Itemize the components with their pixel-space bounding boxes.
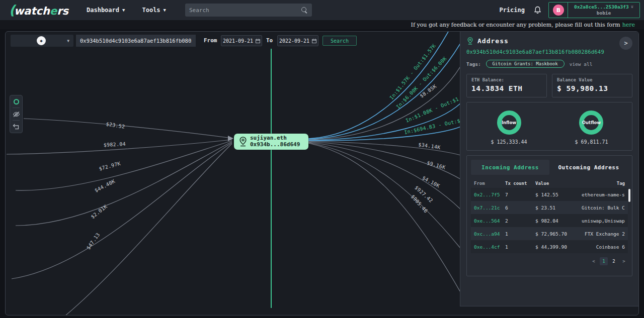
graph-edge <box>308 143 461 249</box>
graph-toolbar <box>10 95 23 133</box>
row-tag: FTX Exchange 2 <box>582 231 625 237</box>
outflow-stat: Outflow $ 69,811.71 <box>575 111 608 145</box>
logo-text-accent: e <box>50 5 57 17</box>
edge-label: In:$1.08K - Out:$1.08 <box>405 92 461 124</box>
tag-gitcoin-grants[interactable]: Gitcoin Grants: Maskbook <box>486 60 565 68</box>
row-address-link[interactable]: 0x7...21c <box>474 205 505 210</box>
menu-dashboard[interactable]: Dashboard ▼ <box>87 7 125 14</box>
graph-edge <box>65 144 232 315</box>
inflow-label: Inflow <box>502 120 516 125</box>
pricing-link[interactable]: Pricing <box>499 7 525 14</box>
explorer-container: $23.52 $982.04 $72.97K $44.40K $2.01K $4… <box>5 31 639 315</box>
edge-label: $982.04 <box>103 141 126 148</box>
row-address-link[interactable]: 0x2...7f5 <box>474 192 505 197</box>
table-row[interactable]: 0x7...21c 6 $ 23.51 Gitcoin: Bulk Che… <box>471 201 628 214</box>
graph-search-button[interactable]: Search <box>323 36 357 46</box>
edge-label: $2.01K <box>90 203 109 220</box>
balance-value-label: Balance Value <box>557 77 627 82</box>
row-tag: ethereum-name-ser… <box>582 192 625 197</box>
app-logo[interactable]: (watchers <box>9 3 69 18</box>
eth-balance-value: 14.3834 ETH <box>471 84 542 92</box>
from-date-picker[interactable]: 2021-09-21 <box>221 35 262 46</box>
undo-button[interactable] <box>10 121 22 133</box>
eth-balance-label: ETH Balance: <box>471 77 542 82</box>
pagination-page-1[interactable]: 1 <box>600 257 608 265</box>
to-date-value: 2022-09-21 <box>279 38 309 44</box>
edge-label: $9.16K <box>426 160 446 170</box>
ethereum-icon: ◆ <box>37 36 46 45</box>
hide-elements-button[interactable] <box>10 108 22 120</box>
pagination-prev-button[interactable]: < <box>590 257 598 265</box>
tab-outcoming-address[interactable]: Outcoming Address <box>549 160 628 175</box>
table-header: From Tx count Value Tag <box>471 179 628 188</box>
inflow-stat: Inflow $ 125,333.44 <box>491 111 527 145</box>
tags-label: Tags: <box>466 61 481 67</box>
graph-edge <box>12 143 232 279</box>
address-detail-panel: Address > 0x934b510d4c9103e6a87aef13b816… <box>460 32 638 306</box>
logo-text-end: rs <box>57 5 68 17</box>
row-value: $ 23.51 <box>535 205 582 210</box>
row-address-link[interactable]: 0xe...564 <box>474 218 505 224</box>
row-value: $ 982.04 <box>535 218 582 224</box>
notification-bell-icon[interactable] <box>534 6 541 14</box>
from-label: From <box>204 37 217 44</box>
table-row[interactable]: 0xe...4cf 1 $ 44,399.90 Coinbase 6 <box>471 240 628 253</box>
pagination-page-2[interactable]: 2 <box>610 257 618 265</box>
col-tx-count: Tx count <box>505 181 535 186</box>
edge-label: $23.52 <box>106 121 125 130</box>
row-value: $ 44,399.90 <box>535 244 582 250</box>
chevron-down-icon: ▼ <box>122 8 125 13</box>
row-tx-count: 7 <box>505 192 535 197</box>
user-account-badge[interactable]: B 0x2a8ce5...2530a3f3 ♛ bobie <box>548 2 640 18</box>
row-value: $ 142.55 <box>535 192 582 197</box>
trace-mode-button[interactable] <box>10 95 22 108</box>
logo-text: watch <box>14 5 50 17</box>
table-row[interactable]: 0x2...7f5 7 $ 142.55 ethereum-name-ser… <box>471 188 628 201</box>
row-value: $ 72,965.70 <box>535 231 582 237</box>
collapse-panel-button[interactable]: > <box>619 37 632 50</box>
row-tag: Gitcoin: Bulk Che… <box>582 205 625 210</box>
top-navbar: (watchers Dashboard ▼ Tools ▼ Pricing B … <box>0 0 644 20</box>
row-address-link[interactable]: 0xc...a94 <box>474 231 505 237</box>
calendar-icon <box>256 39 260 43</box>
row-address-link[interactable]: 0xe...4cf <box>474 244 505 250</box>
col-tag: Tag <box>582 181 625 186</box>
from-date-value: 2021-09-21 <box>223 38 253 44</box>
feedback-form-link[interactable]: here <box>622 22 635 28</box>
balance-value-amount: $ 59,980.13 <box>557 84 627 92</box>
row-tx-count: 6 <box>505 205 535 210</box>
transaction-graph-canvas[interactable]: $23.52 $982.04 $72.97K $44.40K $2.01K $4… <box>6 32 461 315</box>
outflow-label: Outflow <box>582 120 601 125</box>
user-wallet-address: 0x2a8ce5...2530a3f3 <box>574 4 629 10</box>
user-name: bobie <box>597 10 611 16</box>
graph-edge <box>24 119 232 138</box>
graph-address-input[interactable] <box>76 35 196 47</box>
col-from: From <box>474 181 505 186</box>
crown-icon: ♛ <box>631 4 633 10</box>
search-icon[interactable] <box>301 7 308 14</box>
edge-label: $72.97K <box>98 161 121 172</box>
table-row[interactable]: 0xe...564 2 $ 982.04 uniswap,Uniswap V… <box>471 214 628 227</box>
menu-dashboard-label: Dashboard <box>87 7 119 14</box>
pagination-next-button[interactable]: > <box>620 257 628 265</box>
edge-label: $47.13 <box>86 232 101 250</box>
menu-tools[interactable]: Tools ▼ <box>142 7 166 14</box>
address-node-sujiyan[interactable]: sujiyan.eth 0x934b...86d649 <box>234 134 308 150</box>
table-scrollbar[interactable] <box>628 189 630 202</box>
col-value: Value <box>535 181 582 186</box>
table-row[interactable]: 0xc...a94 1 $ 72,965.70 FTX Exchange 2 <box>471 227 628 240</box>
view-all-tags-link[interactable]: view all <box>570 61 593 67</box>
to-date-picker[interactable]: 2022-09-21 <box>277 35 318 46</box>
global-search-input[interactable] <box>189 7 301 14</box>
row-tx-count: 1 <box>505 244 535 250</box>
network-select[interactable]: ◆ ▼ <box>11 35 73 47</box>
address-tabs: Incoming Address Outcoming Address <box>471 160 628 175</box>
tab-incoming-address[interactable]: Incoming Address <box>471 160 549 175</box>
balance-value-card: Balance Value $ 59,980.13 <box>552 74 632 97</box>
address-table-card: Incoming Address Outcoming Address From … <box>466 155 632 276</box>
circle-icon <box>14 99 19 104</box>
edge-label: $4.10K <box>421 175 441 189</box>
graph-edge <box>308 32 448 139</box>
panel-address[interactable]: 0x934b510d4c9103e6a87aef13b816fb080286d6… <box>466 49 632 55</box>
graph-edge <box>308 66 461 140</box>
